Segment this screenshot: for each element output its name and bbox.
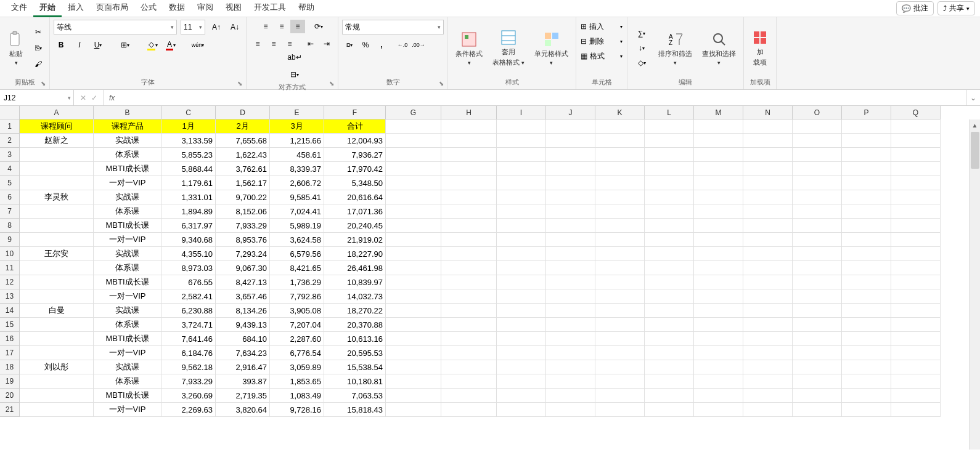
cell-H17[interactable]	[441, 346, 497, 360]
cell-B3[interactable]: 体系课	[94, 148, 161, 162]
cell-Q8[interactable]	[891, 219, 941, 233]
cell-G12[interactable]	[386, 275, 441, 289]
cell-M20[interactable]	[694, 389, 743, 403]
cell-J16[interactable]	[546, 332, 595, 346]
cell-Q10[interactable]	[891, 247, 941, 261]
cell-E11[interactable]: 8,421.65	[270, 261, 324, 275]
cell-N21[interactable]	[743, 403, 793, 417]
cell-B1[interactable]: 课程产品	[94, 119, 161, 134]
cell-I4[interactable]	[497, 162, 546, 176]
cell-F5[interactable]: 5,348.50	[324, 176, 386, 190]
cell-K7[interactable]	[595, 204, 645, 219]
cell-K18[interactable]	[595, 360, 645, 374]
cell-A19[interactable]	[20, 374, 94, 389]
menu-item-5[interactable]: 数据	[163, 0, 191, 17]
cell-C12[interactable]: 676.55	[161, 275, 216, 289]
cell-K14[interactable]	[595, 304, 645, 318]
menu-item-1[interactable]: 开始	[33, 0, 62, 17]
percent-button[interactable]: %	[358, 38, 373, 52]
cell-I11[interactable]	[497, 261, 546, 275]
cell-J5[interactable]	[546, 176, 595, 190]
cell-G18[interactable]	[386, 360, 441, 374]
cell-F10[interactable]: 18,227.90	[324, 247, 386, 261]
cell-C1[interactable]: 1月	[161, 119, 216, 134]
comma-button[interactable]: ,	[374, 38, 389, 52]
row-header-18[interactable]: 18	[0, 360, 20, 374]
cell-J8[interactable]	[546, 219, 595, 233]
cell-K12[interactable]	[595, 275, 645, 289]
cell-H19[interactable]	[441, 374, 497, 389]
font-name-combo[interactable]: 等线 ▾	[54, 20, 177, 34]
cell-O20[interactable]	[793, 389, 842, 403]
cell-H20[interactable]	[441, 389, 497, 403]
cell-L17[interactable]	[645, 346, 694, 360]
row-header-12[interactable]: 12	[0, 275, 20, 289]
cell-L7[interactable]	[645, 204, 694, 219]
cell-O16[interactable]	[793, 332, 842, 346]
cell-N3[interactable]	[743, 148, 793, 162]
row-header-3[interactable]: 3	[0, 148, 20, 162]
cell-F19[interactable]: 10,180.81	[324, 374, 386, 389]
cell-N2[interactable]	[743, 134, 793, 148]
cell-I18[interactable]	[497, 360, 546, 374]
cell-P9[interactable]	[842, 233, 891, 247]
cell-E2[interactable]: 1,215.66	[270, 134, 324, 148]
cell-O12[interactable]	[793, 275, 842, 289]
cell-B7[interactable]: 体系课	[94, 204, 161, 219]
autosum-button[interactable]: ∑▾	[631, 26, 652, 40]
cell-B12[interactable]: MBTI成长课	[94, 275, 161, 289]
cell-D2[interactable]: 7,655.68	[216, 134, 270, 148]
row-header-9[interactable]: 9	[0, 233, 20, 247]
cell-K13[interactable]	[595, 289, 645, 304]
cell-G8[interactable]	[386, 219, 441, 233]
cell-O19[interactable]	[793, 374, 842, 389]
cell-A20[interactable]	[20, 389, 94, 403]
cell-M11[interactable]	[694, 261, 743, 275]
cell-F11[interactable]: 26,461.98	[324, 261, 386, 275]
formula-input[interactable]	[120, 90, 966, 105]
cell-J15[interactable]	[546, 318, 595, 332]
number-format-combo[interactable]: 常规 ▾	[342, 20, 444, 34]
comments-button[interactable]: 💬 批注	[896, 1, 934, 15]
cell-A7[interactable]	[20, 204, 94, 219]
cell-O1[interactable]	[793, 119, 842, 134]
cell-J3[interactable]	[546, 148, 595, 162]
cell-O9[interactable]	[793, 233, 842, 247]
cell-D11[interactable]: 9,067.30	[216, 261, 270, 275]
cell-N18[interactable]	[743, 360, 793, 374]
row-header-21[interactable]: 21	[0, 403, 20, 417]
cell-H4[interactable]	[441, 162, 497, 176]
cell-B17[interactable]: 一对一VIP	[94, 346, 161, 360]
cell-B16[interactable]: MBTI成长课	[94, 332, 161, 346]
cell-N17[interactable]	[743, 346, 793, 360]
cell-B21[interactable]: 一对一VIP	[94, 403, 161, 417]
cell-G10[interactable]	[386, 247, 441, 261]
cell-N10[interactable]	[743, 247, 793, 261]
cell-K16[interactable]	[595, 332, 645, 346]
cell-I15[interactable]	[497, 318, 546, 332]
cell-L18[interactable]	[645, 360, 694, 374]
cell-K3[interactable]	[595, 148, 645, 162]
sort-filter-button[interactable]: AZ 排序和筛选 ▾	[655, 28, 696, 68]
expand-formula-bar-button[interactable]: ⌄	[966, 90, 980, 105]
cell-Q20[interactable]	[891, 389, 941, 403]
cell-G9[interactable]	[386, 233, 441, 247]
cell-I20[interactable]	[497, 389, 546, 403]
cell-G3[interactable]	[386, 148, 441, 162]
cell-D21[interactable]: 3,820.64	[216, 403, 270, 417]
cell-Q5[interactable]	[891, 176, 941, 190]
font-size-combo[interactable]: 11 ▾	[181, 20, 205, 34]
cell-P15[interactable]	[842, 318, 891, 332]
cell-P7[interactable]	[842, 204, 891, 219]
cell-J12[interactable]	[546, 275, 595, 289]
column-header-N[interactable]: N	[743, 106, 793, 119]
cell-J18[interactable]	[546, 360, 595, 374]
cell-N16[interactable]	[743, 332, 793, 346]
cell-E14[interactable]: 3,905.08	[270, 304, 324, 318]
cell-F20[interactable]: 7,063.53	[324, 389, 386, 403]
cell-E15[interactable]: 7,207.04	[270, 318, 324, 332]
row-header-6[interactable]: 6	[0, 190, 20, 204]
delete-cells-button[interactable]: ⊟删除▾	[580, 34, 623, 48]
cell-A10[interactable]: 王尔安	[20, 247, 94, 261]
align-top-button[interactable]: ≡	[258, 20, 273, 33]
